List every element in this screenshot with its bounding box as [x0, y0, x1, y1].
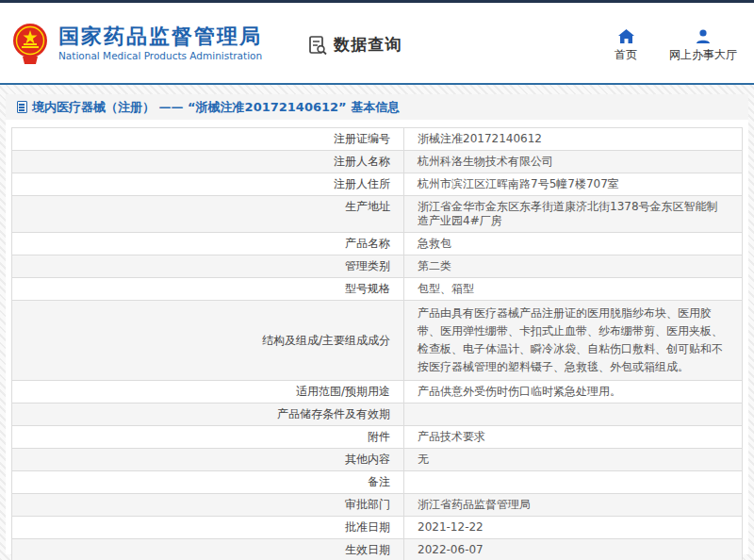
agency-title: 国家药品监督管理局 — [58, 25, 262, 49]
row-label: 适用范围/预期用途 — [12, 381, 404, 403]
row-label: 审批部门 — [12, 494, 404, 516]
row-value — [404, 404, 742, 425]
row-label-text: 其他内容 — [345, 453, 390, 466]
doc-search-icon — [307, 35, 328, 56]
row-label: 生产地址 — [12, 196, 404, 232]
row-value: 无 — [404, 449, 742, 470]
row-value: 杭州市滨江区江晖南路7号5幢7楼707室 — [404, 173, 742, 195]
site-header: 国家药品监督管理局 National Medical Products Admi… — [0, 3, 754, 83]
national-emblem-icon — [11, 23, 49, 64]
table-row: 产品名称急救包 — [12, 233, 742, 255]
row-label: 附件 — [12, 426, 404, 448]
row-label-text: 注册人住所 — [334, 177, 390, 190]
page-background: 境内医疗器械（注册） —— “浙械注准20172140612” 基本信息 注册证… — [0, 85, 754, 560]
row-value — [404, 471, 742, 493]
breadcrumb-text: 境内医疗器械（注册） —— “浙械注准20172140612” 基本信息 — [32, 99, 400, 116]
agency-subtitle: National Medical Products Administration — [58, 49, 262, 62]
table-row: 批准日期2021-12-22 — [12, 517, 742, 539]
data-query-tab[interactable]: 数据查询 — [307, 34, 402, 56]
table-row: 结构及组成/主要组成成分产品由具有医疗器械产品注册证的医用脱脂纱布块、医用胶带、… — [12, 301, 742, 381]
table-row: 型号规格包型、箱型 — [12, 278, 742, 301]
table-row: 注册人名称杭州科洛生物技术有限公司 — [12, 151, 742, 173]
info-table: 注册证编号浙械注准20172140612注册人名称杭州科洛生物技术有限公司注册人… — [11, 127, 743, 560]
header-nav: 首页 网上办事大厅 — [615, 29, 737, 63]
row-label-text: 备注 — [368, 475, 390, 488]
row-value: 浙江省金华市金东区东孝街道康济北街1378号金东区智能制造产业园4#厂房 — [404, 196, 742, 232]
row-value: 浙械注准20172140612 — [404, 128, 742, 150]
data-query-label: 数据查询 — [334, 34, 402, 56]
row-label-text: 结构及组成/主要组成成分 — [262, 334, 390, 348]
table-row: 产品储存条件及有效期 — [12, 404, 742, 426]
content-panel: 境内医疗器械（注册） —— “浙械注准20172140612” 基本信息 注册证… — [6, 94, 748, 554]
row-label-text: 注册人名称 — [334, 155, 390, 168]
row-label-text: 产品储存条件及有效期 — [277, 407, 390, 420]
row-label-text: 生产地址 — [345, 200, 390, 213]
row-value: 第二类 — [404, 255, 742, 277]
row-label-text: 型号规格 — [345, 282, 390, 295]
row-label-text: 审批部门 — [345, 498, 390, 511]
row-value: 包型、箱型 — [404, 278, 742, 300]
row-label: 管理类别 — [12, 255, 404, 277]
row-label-text: 产品名称 — [345, 237, 390, 250]
table-row: 适用范围/预期用途产品供意外受伤时伤口临时紧急处理用。 — [12, 381, 742, 404]
table-row: 注册人住所杭州市滨江区江晖南路7号5幢7楼707室 — [12, 173, 742, 196]
row-label: 产品名称 — [12, 233, 404, 255]
row-label: 生效日期 — [12, 539, 404, 560]
row-value: 杭州科洛生物技术有限公司 — [404, 151, 742, 173]
row-label: 批准日期 — [12, 517, 404, 538]
row-label-text: 附件 — [368, 430, 390, 443]
row-label-text: 注册证编号 — [334, 132, 390, 145]
row-label: 产品储存条件及有效期 — [12, 404, 404, 425]
home-icon — [618, 29, 634, 43]
table-row: 注册证编号浙械注准20172140612 — [12, 128, 742, 151]
user-icon — [696, 29, 711, 43]
nav-service-hall-label: 网上办事大厅 — [669, 47, 737, 63]
row-value: 产品由具有医疗器械产品注册证的医用脱脂纱布块、医用胶带、医用弹性绷带、卡扣式止血… — [404, 301, 742, 380]
nav-home-label: 首页 — [615, 47, 637, 63]
table-row: 审批部门浙江省药品监督管理局 — [12, 494, 742, 517]
breadcrumb: 境内医疗器械（注册） —— “浙械注准20172140612” 基本信息 — [6, 94, 748, 120]
row-value: 2022-06-07 — [404, 539, 742, 560]
row-value: 急救包 — [404, 233, 742, 255]
table-row: 生效日期2022-06-07 — [12, 539, 742, 560]
row-label: 注册证编号 — [12, 128, 404, 150]
row-label: 备注 — [12, 471, 404, 493]
row-value: 产品供意外受伤时伤口临时紧急处理用。 — [404, 381, 742, 403]
table-row: 其他内容无 — [12, 449, 742, 471]
row-value: 浙江省药品监督管理局 — [404, 494, 742, 516]
row-value: 2021-12-22 — [404, 517, 742, 538]
row-label: 其他内容 — [12, 449, 404, 470]
row-label-text: 生效日期 — [345, 543, 390, 556]
table-row: 附件产品技术要求 — [12, 426, 742, 449]
nav-service-hall[interactable]: 网上办事大厅 — [669, 29, 737, 63]
table-row: 管理类别第二类 — [12, 255, 742, 278]
site-logo[interactable]: 国家药品监督管理局 National Medical Products Admi… — [11, 23, 262, 64]
document-icon — [17, 101, 27, 113]
row-label: 结构及组成/主要组成成分 — [12, 301, 404, 380]
nav-home[interactable]: 首页 — [615, 29, 637, 63]
row-label-text: 管理类别 — [345, 259, 390, 272]
row-label: 型号规格 — [12, 278, 404, 300]
row-label: 注册人名称 — [12, 151, 404, 173]
row-label-text: 批准日期 — [345, 520, 390, 534]
table-row: 生产地址浙江省金华市金东区东孝街道康济北街1378号金东区智能制造产业园4#厂房 — [12, 196, 742, 233]
table-row: 备注 — [12, 471, 742, 494]
row-label: 注册人住所 — [12, 173, 404, 195]
row-value: 产品技术要求 — [404, 426, 742, 448]
row-label-text: 适用范围/预期用途 — [296, 385, 390, 398]
